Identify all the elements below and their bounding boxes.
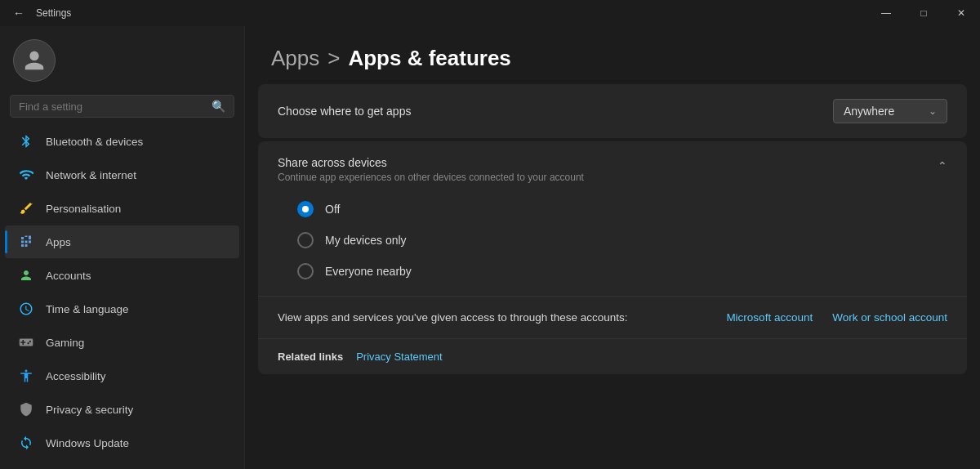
apps-icon xyxy=(18,234,34,250)
related-links-row: Related links Privacy Statement xyxy=(258,338,967,374)
sidebar-item-gaming-label: Gaming xyxy=(46,337,84,349)
breadcrumb: Apps > Apps & features xyxy=(271,46,954,71)
section-title: Share across devices xyxy=(278,156,584,169)
search-input[interactable] xyxy=(19,100,205,113)
window-title: Settings xyxy=(36,7,71,19)
radio-circle-my-devices xyxy=(297,232,314,248)
accessibility-icon xyxy=(18,368,34,384)
search-icon: 🔍 xyxy=(212,100,225,113)
accounts-row: View apps and services you've given acce… xyxy=(258,296,967,338)
breadcrumb-separator: > xyxy=(327,46,340,71)
radio-circle-off xyxy=(297,201,314,217)
bluetooth-icon xyxy=(18,133,34,150)
shield-icon xyxy=(18,401,34,418)
sidebar-item-bluetooth-label: Bluetooth & devices xyxy=(46,136,143,148)
radio-everyone-nearby[interactable]: Everyone nearby xyxy=(297,263,947,279)
sidebar-item-apps-label: Apps xyxy=(46,236,71,248)
sidebar-item-gaming[interactable]: Gaming xyxy=(5,326,239,359)
microsoft-account-link[interactable]: Microsoft account xyxy=(726,311,813,324)
sidebar-item-network[interactable]: Network & internet xyxy=(5,159,239,191)
chevron-down-icon: ⌄ xyxy=(929,105,937,117)
gamepad-icon xyxy=(18,334,34,351)
search-box[interactable]: 🔍 xyxy=(10,95,234,118)
breadcrumb-parent[interactable]: Apps xyxy=(271,46,319,71)
section-subtitle: Continue app experiences on other device… xyxy=(278,172,584,183)
sidebar-item-personalisation-label: Personalisation xyxy=(46,203,121,215)
radio-label-everyone-nearby: Everyone nearby xyxy=(325,265,412,278)
breadcrumb-current: Apps & features xyxy=(348,46,510,71)
wifi-icon xyxy=(18,167,34,183)
privacy-statement-link[interactable]: Privacy Statement xyxy=(356,351,443,363)
sidebar-item-privacy-label: Privacy & security xyxy=(46,404,133,416)
back-icon[interactable]: ← xyxy=(10,7,28,20)
anywhere-dropdown[interactable]: Anywhere ⌄ xyxy=(833,99,947,123)
share-devices-header[interactable]: Share across devices Continue app experi… xyxy=(258,141,967,194)
content-area: Choose where to get apps Anywhere ⌄ Shar… xyxy=(245,84,980,469)
accounts-text: View apps and services you've given acce… xyxy=(278,311,706,324)
sidebar-nav: Bluetooth & devices Network & internet P… xyxy=(0,124,244,469)
radio-my-devices[interactable]: My devices only xyxy=(297,232,947,248)
app-body: 🔍 Bluetooth & devices Network & internet xyxy=(0,26,980,469)
radio-off[interactable]: Off xyxy=(297,201,947,217)
sidebar-item-time-label: Time & language xyxy=(46,303,129,315)
sidebar-item-apps[interactable]: Apps xyxy=(5,226,239,258)
sidebar: 🔍 Bluetooth & devices Network & internet xyxy=(0,26,245,469)
main-content: Apps > Apps & features Choose where to g… xyxy=(245,26,980,469)
title-bar: ← Settings — □ ✕ xyxy=(0,0,980,26)
share-devices-card: Share across devices Continue app experi… xyxy=(258,141,967,374)
choose-apps-label: Choose where to get apps xyxy=(278,105,411,118)
sidebar-item-bluetooth[interactable]: Bluetooth & devices xyxy=(5,125,239,158)
avatar xyxy=(13,39,56,82)
related-links-label: Related links xyxy=(278,351,343,363)
school-account-link[interactable]: Work or school account xyxy=(832,311,947,324)
sidebar-item-privacy[interactable]: Privacy & security xyxy=(5,393,239,426)
radio-group: Off My devices only Everyone nearby xyxy=(258,194,967,296)
sidebar-item-accounts-label: Accounts xyxy=(46,270,91,282)
sidebar-item-accessibility[interactable]: Accessibility xyxy=(5,360,239,392)
title-bar-controls: — □ ✕ xyxy=(867,0,980,26)
maximize-button[interactable]: □ xyxy=(905,0,942,26)
sidebar-item-personalisation[interactable]: Personalisation xyxy=(5,192,239,225)
radio-circle-everyone-nearby xyxy=(297,263,314,279)
person-icon xyxy=(18,267,34,284)
radio-label-off: Off xyxy=(325,203,340,216)
sidebar-item-accounts[interactable]: Accounts xyxy=(5,259,239,292)
minimize-button[interactable]: — xyxy=(867,0,905,26)
section-title-group: Share across devices Continue app experi… xyxy=(278,156,584,183)
sidebar-header xyxy=(0,26,244,88)
sidebar-item-network-label: Network & internet xyxy=(46,169,136,181)
brush-icon xyxy=(18,200,34,217)
title-bar-left: ← Settings xyxy=(10,7,71,20)
chevron-up-icon: ⌃ xyxy=(938,159,947,172)
user-icon xyxy=(23,49,46,72)
page-header: Apps > Apps & features xyxy=(245,26,980,84)
clock-icon xyxy=(18,301,34,317)
dropdown-value: Anywhere xyxy=(844,105,894,118)
sidebar-item-update[interactable]: Windows Update xyxy=(5,427,239,459)
radio-label-my-devices: My devices only xyxy=(325,234,407,247)
choose-apps-card: Choose where to get apps Anywhere ⌄ xyxy=(258,84,967,138)
close-button[interactable]: ✕ xyxy=(942,0,980,26)
choose-apps-row: Choose where to get apps Anywhere ⌄ xyxy=(258,84,967,138)
sidebar-item-time[interactable]: Time & language xyxy=(5,293,239,325)
update-icon xyxy=(18,435,34,451)
sidebar-item-accessibility-label: Accessibility xyxy=(46,370,106,382)
sidebar-item-update-label: Windows Update xyxy=(46,437,129,449)
